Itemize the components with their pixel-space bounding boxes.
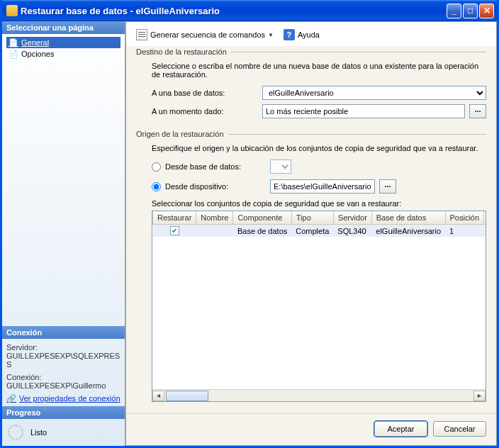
source-group: Origen de la restauración Especifique el… <box>136 130 486 402</box>
sidebar-conn-header: Conexión <box>2 326 125 339</box>
sidebar-connection: Servidor: GUILLEXPESEXP\SQLEXPRESS Conex… <box>2 339 125 406</box>
maximize-button[interactable]: □ <box>463 4 478 18</box>
main-form: Destino de la restauración Seleccione o … <box>126 46 496 413</box>
sidebar-progress-header: Progreso <box>2 406 125 419</box>
from-device-radio[interactable] <box>152 182 161 191</box>
content-panel: Generar secuencia de comandos ▼ ? Ayuda … <box>125 21 497 446</box>
device-browse-button[interactable]: ... <box>379 179 396 194</box>
to-moment-field <box>262 104 465 118</box>
sidebar-progress: Listo <box>2 419 125 446</box>
connection-value: GUILLEXPESEXP\Guillermo <box>6 381 120 390</box>
titlebar: Restaurar base de datos - elGuilleAniver… <box>2 0 497 21</box>
table-header-row: Restaurar Nombre Componente Tipo Servido… <box>153 211 486 225</box>
progress-ring-icon <box>8 425 23 440</box>
col-type[interactable]: Tipo <box>291 211 333 225</box>
script-icon <box>136 29 147 40</box>
toolbar: Generar secuencia de comandos ▼ ? Ayuda <box>126 22 496 46</box>
from-device-label: Desde dispositivo: <box>165 182 266 191</box>
source-instruction: Especifique el origen y la ubicación de … <box>152 144 486 152</box>
sidebar-item-general[interactable]: 📄 General <box>6 37 120 48</box>
destination-group: Destino de la restauración Seleccione o … <box>136 47 486 123</box>
script-button[interactable]: Generar secuencia de comandos ▼ <box>133 28 276 42</box>
sidebar-item-label: General <box>21 38 49 47</box>
link-text: Ver propiedades de conexión <box>19 394 120 403</box>
to-database-label: A una base de datos: <box>152 89 258 97</box>
cell-server: SQL340 <box>333 225 371 237</box>
horizontal-scrollbar[interactable]: ◄ ► <box>152 389 486 401</box>
sidebar-pages-header: Seleccionar una página <box>2 21 125 34</box>
cell-pr: 57 <box>484 225 486 237</box>
col-pr[interactable]: Pr <box>484 211 486 225</box>
from-database-label: Desde base de datos: <box>165 162 266 171</box>
destination-title: Destino de la restauración <box>136 47 231 56</box>
backup-sets-label: Seleccionar los conjuntos de copia de se… <box>152 199 486 208</box>
help-icon: ? <box>284 29 295 40</box>
server-value: GUILLEXPESEXP\SQLEXPRESS <box>6 352 120 369</box>
help-label: Ayuda <box>298 30 320 39</box>
col-component[interactable]: Componente <box>233 211 291 225</box>
col-database[interactable]: Base de datos <box>371 211 445 225</box>
cell-position: 1 <box>445 225 484 237</box>
cancel-button[interactable]: Cancelar <box>433 421 486 437</box>
sidebar-pages: 📄 General 📄 Opciones <box>2 34 125 326</box>
col-name[interactable]: Nombre <box>196 211 233 225</box>
backup-sets-area: Seleccionar los conjuntos de copia de se… <box>152 199 486 402</box>
col-position[interactable]: Posición <box>445 211 484 225</box>
minimize-button[interactable]: _ <box>447 4 461 18</box>
cell-database: elGuilleAniversario <box>371 225 445 237</box>
destination-instruction: Seleccione o escriba el nombre de una nu… <box>152 62 486 79</box>
link-icon: 🔗 <box>6 394 16 403</box>
cell-name <box>196 225 233 237</box>
server-label: Servidor: <box>6 343 120 352</box>
page-icon: 📄 <box>8 38 19 47</box>
window-buttons: _ □ ✕ <box>447 4 494 18</box>
to-moment-browse-button[interactable]: ... <box>469 104 486 118</box>
chevron-down-icon: ▼ <box>268 32 274 38</box>
ok-button[interactable]: Aceptar <box>374 421 427 437</box>
cell-type: Completa <box>291 225 333 237</box>
dialog-footer: Aceptar Cancelar <box>126 413 496 445</box>
dialog-window: Restaurar base de datos - elGuilleAniver… <box>0 0 499 448</box>
scroll-left-arrow[interactable]: ◄ <box>152 391 164 401</box>
from-database-combo <box>270 159 291 174</box>
script-label: Generar secuencia de comandos <box>150 30 265 39</box>
to-moment-label: A un momento dado: <box>152 107 258 116</box>
scroll-right-arrow[interactable]: ► <box>473 391 486 401</box>
device-path-field <box>270 179 375 194</box>
sidebar-item-opciones[interactable]: 📄 Opciones <box>6 48 120 60</box>
from-database-radio[interactable] <box>152 162 161 172</box>
cell-component: Base de datos <box>233 225 291 237</box>
progress-status: Listo <box>30 428 47 437</box>
window-title: Restaurar base de datos - elGuilleAniver… <box>21 6 447 16</box>
source-title: Origen de la restauración <box>136 130 228 138</box>
view-connection-props-link[interactable]: 🔗 Ver propiedades de conexión <box>6 394 120 403</box>
database-icon <box>6 5 18 16</box>
help-button[interactable]: ? Ayuda <box>281 28 323 42</box>
backup-sets-grid[interactable]: Restaurar Nombre Componente Tipo Servido… <box>152 211 486 402</box>
connection-label: Conexión: <box>6 373 120 381</box>
page-icon: 📄 <box>8 49 19 59</box>
col-restore[interactable]: Restaurar <box>153 211 196 225</box>
col-server[interactable]: Servidor <box>333 211 371 225</box>
table-row[interactable]: ✔ Base de datos Completa SQL340 elGuille… <box>153 225 486 237</box>
restore-checkbox[interactable]: ✔ <box>170 226 179 235</box>
sidebar: Seleccionar una página 📄 General 📄 Opcio… <box>2 21 125 446</box>
scroll-thumb[interactable] <box>166 391 208 401</box>
dialog-body: Seleccionar una página 📄 General 📄 Opcio… <box>2 21 497 446</box>
to-database-combo[interactable]: elGuilleAniversario <box>262 86 486 100</box>
sidebar-item-label: Opciones <box>21 50 54 58</box>
close-button[interactable]: ✕ <box>479 4 494 18</box>
